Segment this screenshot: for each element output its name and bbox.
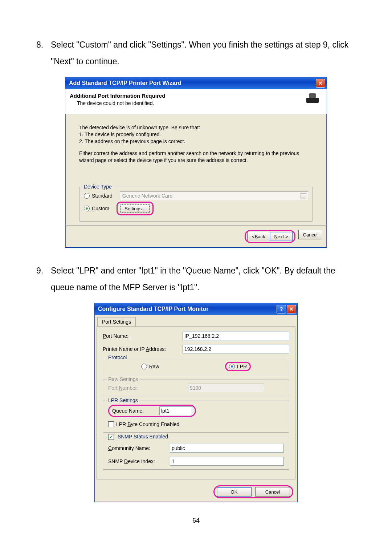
- close-icon[interactable]: ✕: [287, 305, 296, 313]
- port-name-label: Port Name:: [103, 333, 183, 339]
- standard-dropdown[interactable]: Generic Network Card: [120, 191, 308, 200]
- lpr-label: LPR: [237, 364, 247, 369]
- step-8-text: Select "Custom" and click "Settings". Wh…: [51, 40, 348, 66]
- custom-radio[interactable]: [84, 206, 90, 211]
- port-settings-tab[interactable]: Port Settings: [97, 317, 136, 326]
- snmp-enabled-label: SNMP Status Enabled: [118, 434, 168, 439]
- configure-port-window: Configure Standard TCP/IP Port Monitor ?…: [94, 303, 298, 502]
- wizard-header: Additional Port Information Required The…: [65, 89, 327, 114]
- byte-count-checkbox[interactable]: [108, 421, 114, 427]
- community-name-input[interactable]: public: [170, 444, 284, 453]
- next-button[interactable]: Next >: [270, 232, 293, 241]
- printer-icon: [305, 93, 322, 110]
- standard-radio[interactable]: [84, 193, 90, 199]
- step-8: 8. Select "Custom" and click "Settings".…: [36, 36, 356, 70]
- help-icon[interactable]: ?: [277, 305, 286, 313]
- dialog-footer: OK Cancel: [94, 482, 298, 502]
- page-number: 64: [36, 517, 356, 524]
- step-9-text: Select "LPR" and enter "lpt1" in the "Qu…: [51, 266, 335, 292]
- printer-address-input[interactable]: 192.168.2.2: [183, 345, 289, 353]
- header-subtitle: The device could not be identified.: [77, 100, 305, 106]
- wizard-nav-bar: < Back Next > Cancel: [65, 225, 327, 247]
- wizard-body: The detected device is of unknown type. …: [65, 114, 327, 225]
- lpr-settings-fieldset: LPR Settings Queue Name: lpt1 LPR Byte C…: [103, 401, 289, 433]
- header-title: Additional Port Information Required: [70, 93, 305, 99]
- snmp-enabled-checkbox[interactable]: [108, 434, 114, 440]
- raw-settings-legend: Raw Settings: [107, 376, 139, 382]
- standard-label: Standard: [92, 193, 113, 199]
- queue-name-label: Queue Name:: [112, 408, 159, 414]
- community-name-label: Community Name:: [108, 445, 170, 451]
- queue-name-highlight-ring: Queue Name: lpt1: [108, 405, 196, 417]
- close-icon[interactable]: ✕: [316, 79, 325, 88]
- custom-label: Custom: [92, 205, 109, 212]
- ok-cancel-highlight-ring: OK Cancel: [213, 485, 293, 498]
- step-8-number: 8.: [36, 36, 43, 53]
- body-line-3: 2. The address on the previous page is c…: [79, 138, 313, 145]
- port-name-input[interactable]: IP_192.168.2.2: [183, 332, 289, 340]
- queue-name-input[interactable]: lpt1: [159, 406, 192, 415]
- settings-highlight-ring: Settings...: [117, 202, 154, 215]
- cancel-button[interactable]: Cancel: [298, 230, 322, 239]
- window-title-2: Configure Standard TCP/IP Port Monitor: [98, 306, 209, 312]
- body-line-2: 1. The device is properly configured.: [79, 131, 313, 138]
- lpr-radio[interactable]: [229, 364, 235, 369]
- protocol-legend: Protocol: [107, 355, 128, 360]
- body-line-1: The detected device is of unknown type. …: [79, 124, 313, 131]
- raw-settings-fieldset: Raw Settings Port Number: 9100: [103, 380, 289, 396]
- back-next-highlight-ring: < Back Next >: [245, 230, 295, 243]
- printer-address-label: Printer Name or IP Address:: [103, 346, 183, 352]
- port-number-label: Port Number:: [108, 385, 188, 391]
- ok-button[interactable]: OK: [217, 487, 252, 497]
- snmp-device-index-input[interactable]: 1: [170, 457, 284, 466]
- port-number-input: 9100: [188, 384, 264, 392]
- lpr-highlight-ring: LPR: [225, 362, 251, 371]
- port-settings-panel: Port Name: IP_192.168.2.2 Printer Name o…: [97, 326, 295, 479]
- titlebar-2: Configure Standard TCP/IP Port Monitor ?…: [94, 303, 298, 315]
- step-9-number: 9.: [36, 262, 43, 279]
- body-line-4: Either correct the address and perform a…: [79, 150, 313, 164]
- step-9: 9. Select "LPR" and enter "lpt1" in the …: [36, 262, 356, 296]
- cancel-button[interactable]: Cancel: [255, 487, 290, 497]
- raw-radio[interactable]: [141, 364, 147, 369]
- raw-label: Raw: [149, 364, 159, 369]
- lpr-settings-legend: LPR Settings: [107, 397, 139, 403]
- back-button[interactable]: < Back: [247, 232, 270, 241]
- device-type-group: Device Type Standard Generic Network Car…: [79, 187, 313, 222]
- titlebar: Add Standard TCP/IP Printer Port Wizard …: [65, 77, 327, 89]
- snmp-device-index-label: SNMP Device Index:: [108, 458, 170, 464]
- window-title: Add Standard TCP/IP Printer Port Wizard: [69, 80, 181, 86]
- snmp-fieldset: SNMP Status Enabled Community Name: publ…: [103, 437, 289, 470]
- byte-count-label: LPR Byte Counting Enabled: [116, 421, 179, 427]
- protocol-fieldset: Protocol Raw LPR: [103, 358, 289, 375]
- add-port-wizard-window: Add Standard TCP/IP Printer Port Wizard …: [65, 77, 327, 248]
- settings-button[interactable]: Settings...: [120, 204, 150, 213]
- device-type-legend: Device Type: [82, 183, 113, 190]
